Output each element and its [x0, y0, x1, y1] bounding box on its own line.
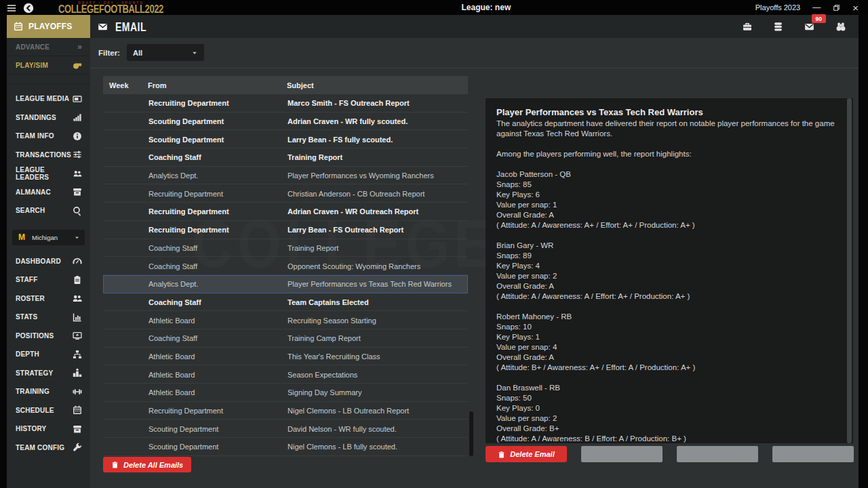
users-icon	[73, 169, 82, 178]
search-icon	[73, 206, 82, 216]
email-row[interactable]: Athletic BoardSeason Expectations	[103, 365, 468, 384]
sidebar-item-strategy[interactable]: STRATEGY	[7, 364, 90, 383]
email-list-scrollbar[interactable]	[469, 411, 473, 456]
sidebar-item-label: STATS	[16, 313, 37, 321]
email-from: Recruiting Department	[149, 190, 288, 198]
divider	[90, 68, 859, 68]
email-row[interactable]: Analytics Dept.Player Performances vs Wy…	[103, 167, 468, 185]
email-row[interactable]: Recruiting DepartmentAdrian Craven - WR …	[103, 203, 468, 221]
sidebar-item-team-config[interactable]: TEAM CONFIG	[7, 439, 90, 458]
sidebar-item-label: ADVANCE	[16, 43, 50, 51]
email-row[interactable]: Recruiting DepartmentNigel Clemons - LB …	[103, 402, 468, 420]
email-row[interactable]: Recruiting DepartmentChristian Anderson …	[103, 184, 468, 203]
screen-icon	[73, 331, 82, 340]
archive-icon	[73, 424, 82, 434]
delete-all-emails-button[interactable]: Delete All Emails	[103, 457, 191, 472]
email-row[interactable]: Coaching StaffTraining Report	[103, 239, 468, 258]
email-subject: This Year's Recruiting Class	[288, 352, 467, 361]
email-panel-scrollbar[interactable]	[847, 98, 852, 443]
email-row[interactable]: Scouting DepartmentDavid Nelson - WR ful…	[103, 420, 468, 438]
sidebar-item-search[interactable]: SEARCH	[7, 201, 90, 220]
email-row[interactable]: Coaching StaffOpponent Scouting: Wyoming…	[103, 257, 468, 275]
placeholder-button-2[interactable]	[677, 446, 758, 462]
sidebar-item-label: LEAGUE MEDIA	[16, 95, 69, 102]
sidebar-item-history[interactable]: HISTORY	[7, 420, 90, 439]
email-row[interactable]: Coaching StaffTeam Captains Elected	[103, 293, 468, 312]
email-from: Athletic Board	[149, 317, 288, 325]
email-subject: Marco Smith - FS Outreach Report	[288, 99, 467, 107]
delete-email-button[interactable]: Delete Email	[486, 446, 567, 462]
sidebar-section-team: DASHBOARDSTAFFROSTERSTATSPOSITIONSDEPTHS…	[7, 252, 90, 458]
mail-icon[interactable]: 90	[804, 20, 815, 33]
email-row[interactable]: Scouting DepartmentLarry Bean - FS fully…	[103, 130, 468, 148]
sidebar-item-dashboard[interactable]: DASHBOARD	[7, 252, 90, 271]
email-from: Coaching Staff	[149, 298, 288, 306]
sidebar-item-stats[interactable]: STATS	[7, 308, 90, 327]
filter-label: Filter:	[98, 49, 120, 57]
email-from: Recruiting Department	[149, 226, 288, 234]
close-button[interactable]: ×	[852, 3, 859, 13]
email-row[interactable]: Athletic BoardThis Year's Recruiting Cla…	[103, 348, 468, 366]
email-from: Recruiting Department	[149, 207, 288, 216]
back-icon[interactable]	[23, 1, 34, 14]
email-row[interactable]: Analytics Dept.Player Performances vs Te…	[103, 275, 468, 293]
tv-icon	[73, 94, 82, 104]
sidebar-item-label: DASHBOARD	[16, 258, 61, 265]
email-row[interactable]: Coaching StaffTraining Report	[103, 148, 468, 167]
sidebar-item-label: LEAGUE LEADERS	[16, 166, 73, 181]
sidebar-item-label: STAFF	[16, 276, 37, 283]
clipboard-icon	[73, 275, 82, 285]
sidebar-item-staff[interactable]: STAFF	[7, 270, 90, 289]
email-row[interactable]: Scouting DepartmentNigel Clemons - LB fu…	[103, 438, 468, 456]
email-subject: Training Report	[288, 244, 467, 252]
delete-email-label: Delete Email	[510, 450, 554, 458]
sidebar-item-label: TRANSACTIONS	[16, 151, 71, 159]
sidebar-item-league-leaders[interactable]: LEAGUE LEADERS	[7, 164, 90, 183]
minimize-button[interactable]: —	[812, 3, 821, 12]
column-subject: Subject	[287, 81, 468, 89]
playoffs-tab[interactable]: PLAYOFFS	[7, 15, 90, 38]
sidebar-item-league-media[interactable]: LEAGUE MEDIA	[7, 89, 90, 108]
sidebar-item-transactions[interactable]: TRANSACTIONS	[7, 146, 90, 165]
email-subject: David Nelson - WR fully scouted.	[288, 425, 467, 433]
email-from: Analytics Dept.	[149, 280, 288, 288]
email-subject: Team Captains Elected	[288, 298, 467, 306]
sidebar-item-almanac[interactable]: ALMANAC	[7, 183, 90, 202]
sidebar-item-depth[interactable]: DEPTH	[7, 345, 90, 364]
team-logo: M	[17, 233, 26, 241]
logo-title: COLLEGEFOOTBALL2022	[58, 3, 163, 14]
briefcase-icon[interactable]	[742, 20, 753, 33]
trash-icon	[498, 449, 505, 458]
sidebar-item-schedule[interactable]: SCHEDULE	[7, 401, 90, 420]
sidebar-item-label: SEARCH	[16, 207, 45, 214]
sidebar-item-training[interactable]: TRAINING	[7, 382, 90, 401]
sidebar-item-advance[interactable]: ADVANCE»	[7, 38, 90, 56]
database-icon[interactable]	[773, 20, 783, 33]
sidebar-item-team-info[interactable]: TEAM INFO	[7, 127, 90, 146]
email-row[interactable]: Athletic BoardRecruiting Season Starting	[103, 311, 468, 329]
email-row[interactable]: Recruiting DepartmentMarco Smith - FS Ou…	[103, 94, 468, 113]
sidebar-item-label: PLAY/SIM	[16, 62, 48, 69]
sidebar-item-play-sim[interactable]: PLAY/SIM	[7, 56, 90, 75]
placeholder-button-1[interactable]	[581, 446, 663, 462]
email-subject: Training Report	[288, 153, 467, 161]
email-row[interactable]: Athletic BoardSigning Day Summary	[103, 384, 468, 402]
email-row[interactable]: Recruiting DepartmentLarry Bean - FS Out…	[103, 221, 468, 239]
email-row[interactable]: Scouting DepartmentAdrian Craven - WR fu…	[103, 113, 468, 131]
sidebar-item-roster[interactable]: ROSTER	[7, 289, 90, 308]
email-subject: Season Expectations	[288, 371, 467, 379]
email-row[interactable]: Coaching StaffTraining Camp Report	[103, 329, 468, 348]
placeholder-button-3[interactable]	[772, 446, 854, 462]
header-bar: PLAYOFFS EMAIL 90	[7, 15, 859, 38]
sidebar-item-standings[interactable]: STANDINGS	[7, 108, 90, 127]
sidebar-item-label: ROSTER	[16, 295, 45, 302]
sidebar-item-positions[interactable]: POSITIONS	[7, 327, 90, 346]
team-selector[interactable]: MMichigan	[12, 230, 85, 245]
menu-icon[interactable]	[5, 1, 18, 14]
restore-button[interactable]	[833, 3, 840, 12]
binoculars-icon[interactable]	[835, 20, 846, 33]
info-icon	[73, 131, 82, 141]
email-from: Coaching Staff	[149, 244, 288, 252]
filter-dropdown[interactable]: All	[127, 44, 204, 61]
bars-icon	[73, 113, 82, 122]
